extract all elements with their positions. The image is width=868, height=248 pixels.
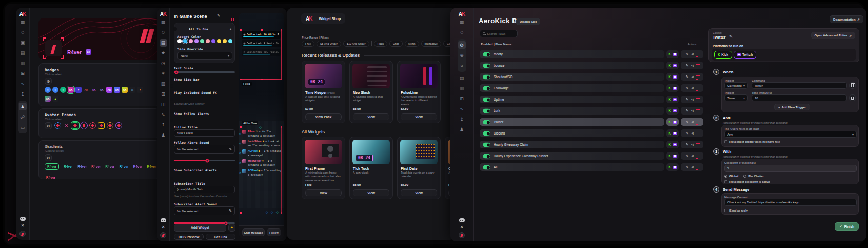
discord-icon[interactable]: [459, 218, 465, 222]
bag-icon[interactable]: ▥: [19, 60, 27, 67]
flow-enabled-toggle[interactable]: [483, 63, 490, 68]
flow-enabled-toggle[interactable]: [483, 97, 490, 102]
gradient-item[interactable]: R4ver: [105, 163, 114, 170]
badge-item[interactable]: AK: [68, 87, 74, 93]
selection-handle[interactable]: [261, 79, 263, 80]
delete-flow-icon[interactable]: [696, 72, 698, 82]
accent-color-swatch[interactable]: [211, 39, 215, 43]
badge-item[interactable]: AK: [106, 87, 112, 93]
add-widget-button[interactable]: Add Widget: [174, 224, 226, 232]
accent-color-swatch[interactable]: [189, 39, 193, 43]
flow-row[interactable]: Uptime: [480, 96, 664, 103]
flow-row[interactable]: Shoutout/SO: [480, 73, 664, 81]
selection-handle[interactable]: [261, 29, 263, 31]
edit-flow-icon[interactable]: ✎: [686, 154, 689, 158]
gradient-none-button[interactable]: ⊘: [45, 154, 52, 161]
profile-avatar-large[interactable]: [45, 40, 62, 56]
avatar-frame-item[interactable]: [72, 122, 78, 129]
collapse-icon[interactable]: ▴: [230, 27, 231, 30]
delete-flow-icon[interactable]: [696, 129, 698, 138]
frame-none-button[interactable]: ⊘: [45, 122, 52, 129]
test-chat-message-button[interactable]: Chat Message: [242, 228, 265, 236]
flow-enabled-toggle[interactable]: [483, 52, 490, 56]
widget-view-button[interactable]: View Pack: [305, 113, 342, 120]
share-flow-icon[interactable]: ⊲: [691, 109, 694, 113]
delete-flow-icon[interactable]: [696, 106, 698, 116]
category-filter-chip[interactable]: Alerts: [405, 41, 419, 47]
brackets-icon[interactable]: ¤: [458, 62, 466, 69]
price-filter-chip[interactable]: $5 And Under: [317, 41, 341, 47]
monitor-icon[interactable]: ▤: [458, 74, 466, 82]
per-chatter-radio[interactable]: [743, 175, 746, 178]
accent-color-swatch[interactable]: [200, 39, 204, 43]
gift-icon[interactable]: ⊞: [160, 90, 167, 98]
flow-row[interactable]: Lurk: [480, 107, 664, 115]
people-icon[interactable]: ☍: [19, 113, 27, 121]
selection-handle[interactable]: [240, 29, 242, 31]
share-flow-icon[interactable]: ⊲: [691, 131, 694, 136]
gradient-item[interactable]: R4ver: [119, 163, 128, 170]
platform-twitch-button[interactable]: Twitch: [734, 51, 756, 59]
delete-trigger-button-1[interactable]: [849, 82, 856, 89]
gradient-item[interactable]: R4ver: [46, 176, 55, 179]
badge-item[interactable]: ☺: [52, 87, 58, 93]
chart-icon[interactable]: ∿: [458, 105, 466, 113]
share-flow-icon[interactable]: ⊲: [691, 120, 694, 124]
wand-icon[interactable]: ✶: [160, 70, 167, 78]
gradient-item[interactable]: R4ver: [45, 163, 59, 170]
follow-title-input[interactable]: [174, 129, 235, 137]
flow-enabled-toggle[interactable]: [483, 108, 490, 113]
badge-item[interactable]: AK: [114, 87, 120, 93]
globe-icon[interactable]: ⊕: [458, 51, 466, 59]
share-flow-icon[interactable]: ⊲: [691, 154, 694, 158]
flow-row[interactable]: Hourly Experience Giveaway Runner: [480, 152, 664, 160]
gradient-item[interactable]: R4ver: [147, 163, 156, 170]
sub-title-input[interactable]: [174, 186, 235, 193]
delete-flow-icon[interactable]: [696, 84, 698, 93]
bag-icon[interactable]: ▥: [160, 80, 167, 88]
edit-flow-icon[interactable]: ✎: [686, 75, 689, 79]
avatar-frame-item[interactable]: [54, 122, 61, 129]
flow-row[interactable]: Followage: [480, 84, 664, 92]
badge-item[interactable]: AK: [98, 87, 105, 93]
pick-file-icon[interactable]: ✎: [229, 209, 232, 213]
widget-card[interactable]: PulseLineA Cyberpunk inspired banner tha…: [397, 61, 441, 123]
share-flow-icon[interactable]: ⊲: [691, 143, 694, 147]
trigger-type-select-2[interactable]: Timer▾: [724, 94, 748, 101]
price-filter-chip[interactable]: $10 And Under: [343, 41, 369, 47]
avatar-frame-item[interactable]: [107, 122, 113, 129]
edit-flow-icon[interactable]: ✎: [686, 64, 689, 68]
chat-widget-label[interactable]: All In One: [242, 121, 258, 125]
user-avatar[interactable]: [160, 232, 166, 238]
flow-enabled-toggle[interactable]: [483, 74, 490, 79]
x-twitter-icon[interactable]: ✕: [162, 225, 165, 230]
get-link-button[interactable]: Get Link: [206, 234, 235, 240]
badge-item[interactable]: ☺: [45, 87, 51, 93]
share-flow-icon[interactable]: ⊲: [691, 165, 694, 169]
pick-file-icon[interactable]: ✎: [229, 147, 232, 151]
accent-color-swatch[interactable]: [183, 39, 187, 43]
rename-flow-icon[interactable]: ✎: [729, 35, 733, 39]
finish-button[interactable]: ✓Finish: [835, 222, 859, 231]
flow-enabled-toggle[interactable]: [483, 86, 490, 90]
flow-row[interactable]: moofy: [480, 50, 664, 58]
widget-card[interactable]: First FrameA minimalistic cam frame with…: [302, 137, 345, 199]
delete-flow-icon[interactable]: [696, 50, 698, 59]
selection-handle[interactable]: [281, 29, 282, 31]
person-icon[interactable]: ♟: [160, 131, 167, 139]
edit-flow-icon[interactable]: ✎: [686, 120, 689, 124]
delete-flow-icon[interactable]: [696, 163, 698, 172]
search-flows-input[interactable]: [480, 30, 518, 37]
follow-volume-slider[interactable]: [174, 160, 235, 161]
accent-color-swatch[interactable]: [223, 39, 227, 43]
badge-item[interactable]: ✦: [75, 87, 82, 93]
widget-view-button[interactable]: View: [401, 113, 437, 120]
aerokick-logo[interactable]: AK: [306, 16, 312, 22]
briefcase-icon[interactable]: ▣: [19, 39, 27, 47]
widget-card[interactable]: Neo SlashA futuristic inspired chat widg…: [349, 61, 393, 123]
edit-flow-icon[interactable]: ✎: [686, 86, 689, 90]
grid-icon[interactable]: ▦: [458, 18, 466, 26]
box-icon[interactable]: ◫: [160, 101, 167, 108]
gradient-item[interactable]: R4ver: [91, 163, 101, 170]
share-flow-icon[interactable]: ⊲: [691, 75, 694, 79]
